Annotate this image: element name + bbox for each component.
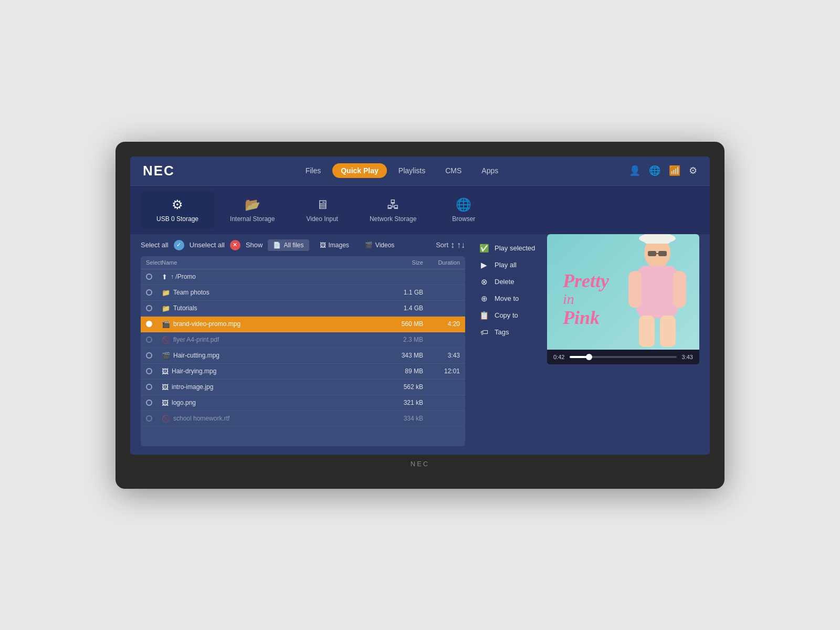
storage-bar: ⚙ USB 0 Storage 📂 Internal Storage 🖥 Vid… [130, 186, 710, 234]
blocked-icon: 🚫 [162, 415, 170, 423]
ctx-tags[interactable]: 🏷 Tags [474, 324, 542, 340]
svg-rect-1 [636, 266, 678, 318]
filter-videos[interactable]: 🎬 Videos [360, 239, 400, 251]
nec-logo: NEC [143, 163, 175, 179]
usb-label: USB 0 Storage [156, 215, 198, 223]
video-preview-col: Pretty in Pink [547, 234, 699, 446]
ctx-label: Play all [495, 261, 517, 269]
file-list: Select Name Size Duration ⬆ ↑ /Promo [141, 256, 465, 446]
monitor-stand: NEC [130, 460, 710, 468]
play-all-icon: ▶ [479, 260, 489, 270]
browser-icon: 🌐 [456, 197, 471, 212]
row-select-radio[interactable] [146, 305, 152, 311]
storage-usb[interactable]: ⚙ USB 0 Storage [141, 191, 214, 229]
image-file-icon: 🖼 [162, 383, 169, 391]
nav-files[interactable]: Files [297, 163, 330, 178]
filter-all-files[interactable]: 📄 All files [268, 239, 309, 251]
file-size: 562 kB [381, 383, 423, 391]
storage-network[interactable]: 🖧 Network Storage [354, 191, 432, 229]
images-label: Images [329, 242, 349, 249]
storage-internal[interactable]: 📂 Internal Storage [214, 191, 290, 229]
row-select-radio[interactable] [146, 274, 152, 280]
select-all-label: Select all [141, 241, 169, 249]
ctx-label: Copy to [495, 311, 518, 319]
nav-cms[interactable]: CMS [437, 163, 470, 178]
total-time: 3:43 [682, 354, 693, 360]
person-svg [621, 234, 694, 350]
filter-images[interactable]: 🖼 Images [314, 239, 354, 251]
file-list-header: Select Name Size Duration [141, 256, 465, 269]
progress-thumb[interactable] [586, 354, 592, 360]
row-select-radio[interactable] [146, 321, 152, 327]
parent-dir-icon: ⬆ [162, 273, 167, 281]
select-all-button[interactable]: ✓ [174, 240, 184, 250]
overlay-line3: Pink [563, 308, 609, 329]
table-row[interactable]: 📁 Team photos 1.1 GB [141, 285, 465, 301]
video-overlay-text: Pretty in Pink [563, 271, 609, 329]
row-select-radio[interactable] [146, 289, 152, 296]
svg-rect-3 [673, 271, 686, 308]
file-size: 343 MB [381, 352, 423, 359]
table-row[interactable]: 📁 Tutorials 1.4 GB [141, 301, 465, 317]
file-name-cell: 🖼 intro-image.jpg [162, 383, 381, 391]
storage-video-input[interactable]: 🖥 Video Input [290, 191, 354, 229]
image-file-icon: 🖼 [162, 368, 169, 375]
file-duration: 12:01 [423, 368, 460, 375]
table-row[interactable]: 🎬 brand-video-promo.mpg 560 MB 4:20 [141, 317, 465, 332]
ctx-play-all[interactable]: ▶ Play all [474, 257, 542, 273]
usb-icon: ⚙ [172, 197, 183, 212]
image-icon: 🖼 [320, 242, 326, 249]
wifi-icon[interactable]: 📶 [669, 165, 680, 176]
file-name: Hair-cutting.mpg [173, 352, 219, 359]
file-name-cell: ⬆ ↑ /Promo [162, 273, 381, 281]
progress-track[interactable] [570, 356, 676, 358]
account-icon[interactable]: 👤 [629, 165, 640, 176]
file-icon: 📄 [273, 242, 281, 249]
table-row[interactable]: 🖼 Hair-drying.mpg 89 MB 12:01 [141, 364, 465, 380]
header-icons: 👤 🌐 📶 ⚙ [629, 165, 697, 176]
ctx-move-to[interactable]: ⊕ Move to [474, 291, 542, 307]
nav-quick-play[interactable]: Quick Play [332, 163, 387, 178]
right-layout: ✅ Play selected ▶ Play all ⊗ Delete [474, 234, 699, 446]
ctx-delete[interactable]: ⊗ Delete [474, 274, 542, 290]
videos-label: Videos [375, 242, 394, 249]
col-select: Select [146, 259, 162, 266]
video-thumbnail: Pretty in Pink [547, 234, 699, 350]
show-label: Show [246, 241, 263, 249]
row-select-radio[interactable] [146, 400, 152, 406]
sort-desc-icon[interactable]: ↑↓ [457, 240, 465, 250]
file-duration: 4:20 [423, 320, 460, 328]
svg-rect-5 [660, 316, 676, 347]
table-row[interactable]: ⬆ ↑ /Promo [141, 269, 465, 285]
settings-icon[interactable]: ⚙ [689, 165, 697, 176]
ctx-copy-to[interactable]: 📋 Copy to [474, 308, 542, 323]
file-name: brand-video-promo.mpg [173, 320, 240, 328]
globe-icon[interactable]: 🌐 [649, 165, 660, 176]
file-size: 1.4 GB [381, 304, 423, 312]
storage-browser[interactable]: 🌐 Browser [432, 191, 495, 229]
network-label: Network Storage [370, 215, 416, 223]
monitor-screen: NEC Files Quick Play Playlists CMS Apps … [130, 156, 710, 455]
table-row[interactable]: 🖼 logo.png 321 kB [141, 395, 465, 411]
overlay-line2: in [563, 291, 609, 308]
ctx-label: Delete [495, 278, 514, 286]
table-row: 🚫 flyer A4-print.pdf 2.3 MB [141, 332, 465, 348]
file-name: intro-image.jpg [172, 383, 213, 391]
network-icon: 🖧 [387, 197, 400, 212]
nav-playlists[interactable]: Playlists [390, 163, 434, 178]
file-name-cell: 🚫 flyer A4-print.pdf [162, 336, 381, 344]
nav-apps[interactable]: Apps [473, 163, 507, 178]
file-size: 321 kB [381, 399, 423, 406]
file-size: 560 MB [381, 320, 423, 328]
table-row[interactable]: 🎬 Hair-cutting.mpg 343 MB 3:43 [141, 348, 465, 364]
row-select-radio[interactable] [146, 384, 152, 390]
row-select-radio[interactable] [146, 368, 152, 374]
table-row[interactable]: 🖼 intro-image.jpg 562 kB [141, 380, 465, 395]
ctx-play-selected[interactable]: ✅ Play selected [474, 240, 542, 256]
file-size: 334 kB [381, 415, 423, 422]
file-name-cell: 🎬 Hair-cutting.mpg [162, 352, 381, 360]
unselect-all-button[interactable]: ✕ [230, 240, 240, 250]
row-select-radio[interactable] [146, 352, 152, 359]
sort-asc-icon[interactable]: ↕ [450, 240, 455, 250]
svg-rect-7 [644, 234, 670, 244]
